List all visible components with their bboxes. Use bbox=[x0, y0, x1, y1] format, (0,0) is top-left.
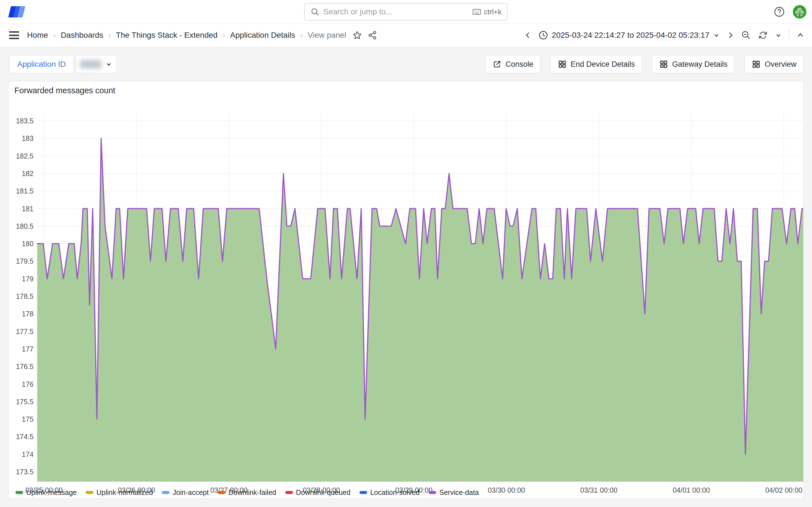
legend-item-uplink-normalized[interactable]: Uplink-normalized bbox=[86, 489, 153, 497]
breadcrumb-bar: Home › Dashboards › The Things Stack - E… bbox=[0, 24, 812, 47]
y-axis-tick-label: 175 bbox=[22, 415, 34, 423]
legend-label: Service-data bbox=[439, 489, 479, 497]
clock-icon bbox=[538, 30, 548, 40]
legend-label: Join-accept bbox=[172, 489, 209, 497]
y-axis-tick-label: 183 bbox=[22, 134, 34, 142]
x-axis-tick-label: 04/01 00:00 bbox=[673, 486, 710, 494]
chevron-right-icon: › bbox=[108, 31, 111, 40]
legend-swatch bbox=[428, 491, 436, 494]
y-axis-tick-label: 180.5 bbox=[16, 222, 34, 230]
breadcrumb-dashboard-name[interactable]: The Things Stack - Extended bbox=[116, 31, 218, 40]
chevron-right-icon: › bbox=[53, 31, 56, 40]
search-icon bbox=[310, 7, 319, 16]
keyboard-icon bbox=[472, 8, 481, 15]
search-placeholder: Search or jump to... bbox=[323, 7, 472, 16]
share-icon[interactable] bbox=[368, 31, 377, 40]
legend-item-location-solved[interactable]: Location-solved bbox=[359, 489, 419, 497]
end-device-details-label: End Device Details bbox=[571, 60, 635, 69]
y-axis-tick-label: 174 bbox=[22, 450, 34, 458]
breadcrumb-dashboards[interactable]: Dashboards bbox=[61, 31, 103, 40]
time-series-chart[interactable]: 183.5183182.5182181.5181180.5180179.5179… bbox=[9, 81, 803, 498]
search-shortcut: ctrl+k bbox=[484, 8, 502, 16]
divider bbox=[789, 29, 790, 41]
time-range-text: 2025-03-24 22:14:27 to 2025-04-02 05:23:… bbox=[552, 31, 709, 40]
y-axis-tick-label: 174.5 bbox=[16, 433, 34, 441]
y-axis-tick-label: 181.5 bbox=[16, 187, 34, 195]
legend-label: Location-solved bbox=[370, 489, 419, 497]
search-input[interactable]: Search or jump to... ctrl+k bbox=[304, 3, 508, 20]
legend-item-join-accept[interactable]: Join-accept bbox=[162, 489, 209, 497]
legend-label: Uplink-message bbox=[26, 489, 77, 497]
legend-item-downlink-queued[interactable]: Downlink-queued bbox=[285, 489, 350, 497]
top-nav: Search or jump to... ctrl+k bbox=[0, 0, 812, 24]
gateway-details-label: Gateway Details bbox=[672, 60, 728, 69]
chevron-down-icon bbox=[105, 61, 112, 68]
y-axis-tick-label: 180 bbox=[22, 240, 34, 247]
breadcrumb-current: View panel bbox=[308, 31, 346, 40]
x-axis-tick-label: 03/30 00:00 bbox=[488, 486, 525, 494]
gateway-details-button[interactable]: Gateway Details bbox=[652, 55, 735, 73]
apps-grid-icon bbox=[659, 60, 668, 69]
panel-forwarded-messages-count: 183.5183182.5182181.5181180.5180179.5179… bbox=[8, 81, 804, 499]
y-axis-tick-label: 183.5 bbox=[16, 117, 34, 125]
refresh-icon[interactable] bbox=[758, 30, 768, 40]
legend-swatch bbox=[359, 491, 367, 494]
panel-title[interactable]: Forwarded messages count bbox=[14, 86, 115, 95]
console-button[interactable]: Console bbox=[486, 55, 541, 73]
console-button-label: Console bbox=[506, 60, 534, 69]
collapse-controls-icon[interactable] bbox=[796, 31, 805, 40]
y-axis-tick-label: 182.5 bbox=[16, 152, 34, 160]
series-area-fill bbox=[37, 138, 803, 482]
dashboard-controls-row: Application ID Console End Device Detail… bbox=[10, 55, 804, 73]
overview-label: Overview bbox=[765, 60, 797, 69]
refresh-interval-dropdown-icon[interactable] bbox=[775, 32, 782, 39]
grafana-logo[interactable] bbox=[8, 4, 29, 19]
breadcrumb-application-details[interactable]: Application Details bbox=[230, 31, 295, 40]
time-shift-forward-icon[interactable] bbox=[727, 31, 734, 40]
legend-swatch bbox=[285, 491, 293, 494]
chevron-right-icon: › bbox=[300, 31, 303, 40]
breadcrumb-home[interactable]: Home bbox=[27, 31, 48, 40]
legend-swatch bbox=[86, 491, 93, 494]
chart-legend: Uplink-messageUplink-normalizedJoin-acce… bbox=[15, 489, 479, 497]
x-axis-tick-label: 04/02 00:00 bbox=[765, 486, 802, 494]
legend-item-service-data[interactable]: Service-data bbox=[428, 489, 479, 497]
end-device-details-button[interactable]: End Device Details bbox=[551, 55, 642, 73]
y-axis-tick-label: 181 bbox=[22, 205, 34, 213]
application-id-value-redacted bbox=[80, 60, 101, 68]
legend-item-downlink-failed[interactable]: Downlink-failed bbox=[218, 489, 276, 497]
legend-swatch bbox=[162, 491, 169, 494]
breadcrumb: Home › Dashboards › The Things Stack - E… bbox=[27, 31, 346, 40]
user-avatar[interactable] bbox=[793, 5, 806, 18]
y-axis-tick-label: 175.5 bbox=[16, 398, 34, 406]
application-id-select[interactable] bbox=[76, 55, 116, 73]
y-axis-tick-label: 177.5 bbox=[16, 328, 34, 335]
y-axis-tick-label: 173.5 bbox=[16, 468, 34, 476]
apps-grid-icon bbox=[752, 60, 761, 69]
chevron-right-icon: › bbox=[223, 31, 225, 40]
help-icon[interactable] bbox=[774, 6, 785, 17]
x-axis-tick-label: 03/31 00:00 bbox=[580, 486, 617, 494]
legend-item-uplink-message[interactable]: Uplink-message bbox=[15, 489, 77, 497]
y-axis-tick-label: 178.5 bbox=[16, 292, 34, 300]
y-axis-tick-label: 176.5 bbox=[16, 362, 34, 371]
y-axis-tick-label: 176 bbox=[22, 380, 34, 388]
y-axis-tick-label: 182 bbox=[22, 170, 34, 177]
legend-label: Uplink-normalized bbox=[96, 489, 153, 497]
zoom-out-icon[interactable] bbox=[741, 30, 751, 40]
time-range-picker[interactable]: 2025-03-24 22:14:27 to 2025-04-02 05:23:… bbox=[538, 30, 720, 40]
y-axis-tick-label: 177 bbox=[22, 345, 34, 353]
apps-grid-icon bbox=[558, 60, 567, 69]
application-id-label[interactable]: Application ID bbox=[10, 55, 73, 73]
legend-swatch bbox=[218, 491, 225, 494]
external-link-icon bbox=[493, 60, 502, 69]
menu-toggle-icon[interactable] bbox=[9, 31, 19, 39]
y-axis-tick-label: 179 bbox=[22, 275, 34, 283]
y-axis-tick-label: 179.5 bbox=[16, 257, 34, 265]
overview-button[interactable]: Overview bbox=[745, 55, 804, 73]
favorite-star-icon[interactable] bbox=[352, 31, 362, 40]
time-shift-back-icon[interactable] bbox=[524, 31, 531, 40]
legend-label: Downlink-queued bbox=[296, 489, 350, 497]
legend-swatch bbox=[15, 491, 23, 494]
legend-label: Downlink-failed bbox=[229, 489, 276, 497]
